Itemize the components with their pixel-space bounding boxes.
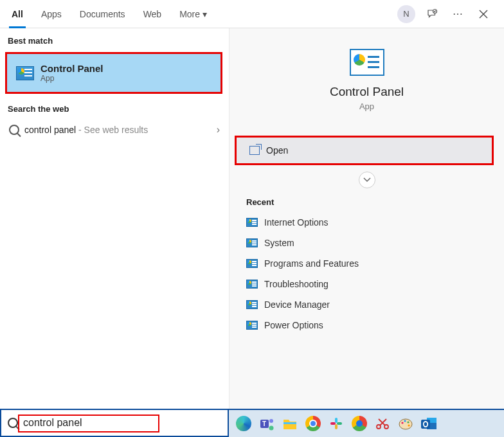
recent-item[interactable]: System [235, 233, 499, 253]
search-input[interactable] [23, 417, 221, 429]
svg-rect-19 [421, 420, 430, 429]
svg-point-4 [269, 426, 274, 431]
control-panel-icon [246, 300, 258, 309]
recent-item[interactable]: Troubleshooting [235, 274, 499, 294]
web-suffix: - See web results [76, 125, 148, 135]
search-icon [8, 418, 18, 428]
open-icon [249, 146, 260, 155]
svg-rect-7 [337, 422, 342, 425]
recent-header: Recent [230, 192, 504, 210]
recent-label: Troubleshooting [264, 279, 328, 289]
taskbar-edge-icon[interactable] [234, 414, 253, 433]
search-icon [9, 125, 19, 135]
tab-apps[interactable]: Apps [32, 0, 71, 28]
svg-rect-8 [335, 424, 338, 429]
search-box[interactable] [0, 410, 229, 437]
recent-label: Internet Options [264, 217, 328, 227]
svg-point-13 [401, 422, 403, 424]
bottom-bar: T [0, 409, 504, 437]
recent-list: Internet Options System Programs and Fea… [230, 210, 504, 338]
control-panel-icon [246, 218, 258, 227]
recent-item[interactable]: Programs and Features [235, 253, 499, 274]
svg-point-15 [407, 421, 409, 423]
taskbar-chrome-icon[interactable] [303, 414, 323, 433]
svg-point-3 [269, 419, 273, 423]
recent-item[interactable]: Power Options [235, 315, 499, 335]
tab-more[interactable]: More ▾ [170, 0, 216, 28]
recent-label: Device Manager [264, 299, 330, 310]
svg-rect-5 [284, 422, 296, 424]
recent-label: Programs and Features [264, 258, 359, 269]
taskbar: T [229, 410, 504, 437]
result-subtitle: App [40, 74, 104, 83]
result-control-panel[interactable]: Control Panel App [5, 52, 222, 94]
svg-text:T: T [262, 420, 266, 427]
tab-all[interactable]: All [3, 0, 32, 28]
preview-pane: Control Panel App Open Recent Internet O… [229, 28, 504, 409]
web-query: control panel [24, 125, 76, 135]
taskbar-chrome-canary-icon[interactable] [350, 414, 369, 433]
chevron-right-icon: › [217, 124, 220, 136]
open-label: Open [266, 145, 288, 156]
tab-more-label: More [179, 9, 200, 19]
preview-subtitle: App [230, 102, 504, 111]
result-title: Control Panel [40, 63, 104, 74]
tab-documents[interactable]: Documents [71, 0, 134, 28]
main-area: Best match Control Panel App Search the … [0, 28, 504, 409]
web-search-text: control panel - See web results [24, 125, 148, 135]
svg-rect-9 [330, 422, 336, 425]
taskbar-paint-icon[interactable] [396, 414, 415, 433]
top-tabs: All Apps Documents Web More ▾ N ⋯ [0, 0, 504, 28]
svg-point-14 [404, 420, 406, 422]
recent-label: Power Options [264, 320, 323, 330]
svg-rect-6 [335, 418, 338, 423]
left-results: Best match Control Panel App Search the … [0, 28, 229, 409]
control-panel-icon [246, 238, 258, 247]
user-avatar[interactable]: N [397, 5, 415, 23]
svg-point-16 [408, 424, 410, 426]
web-search-result[interactable]: control panel - See web results › [0, 118, 229, 142]
feedback-icon[interactable] [423, 5, 441, 23]
control-panel-icon [16, 66, 34, 80]
expand-actions-button[interactable] [359, 172, 375, 188]
preview-title: Control Panel [230, 85, 504, 99]
taskbar-teams-icon[interactable]: T [257, 414, 276, 433]
top-right-controls: N ⋯ [397, 5, 501, 23]
recent-item[interactable]: Internet Options [235, 212, 499, 233]
recent-label: System [264, 238, 294, 248]
control-panel-icon [246, 321, 258, 330]
chevron-down-icon: ▾ [203, 9, 207, 19]
control-panel-icon [246, 280, 258, 289]
open-action[interactable]: Open [235, 136, 494, 165]
control-panel-large-icon [350, 49, 384, 76]
close-icon[interactable] [474, 5, 492, 23]
taskbar-outlook-icon[interactable] [419, 414, 438, 433]
best-match-header: Best match [0, 28, 229, 49]
control-panel-icon [246, 259, 258, 268]
search-web-header: Search the web [0, 96, 229, 118]
more-options-icon[interactable]: ⋯ [449, 5, 467, 23]
taskbar-explorer-icon[interactable] [280, 414, 300, 433]
recent-item[interactable]: Device Manager [235, 294, 499, 315]
taskbar-snip-icon[interactable] [373, 414, 392, 433]
tab-web[interactable]: Web [134, 0, 171, 28]
taskbar-slack-icon[interactable] [327, 414, 346, 433]
